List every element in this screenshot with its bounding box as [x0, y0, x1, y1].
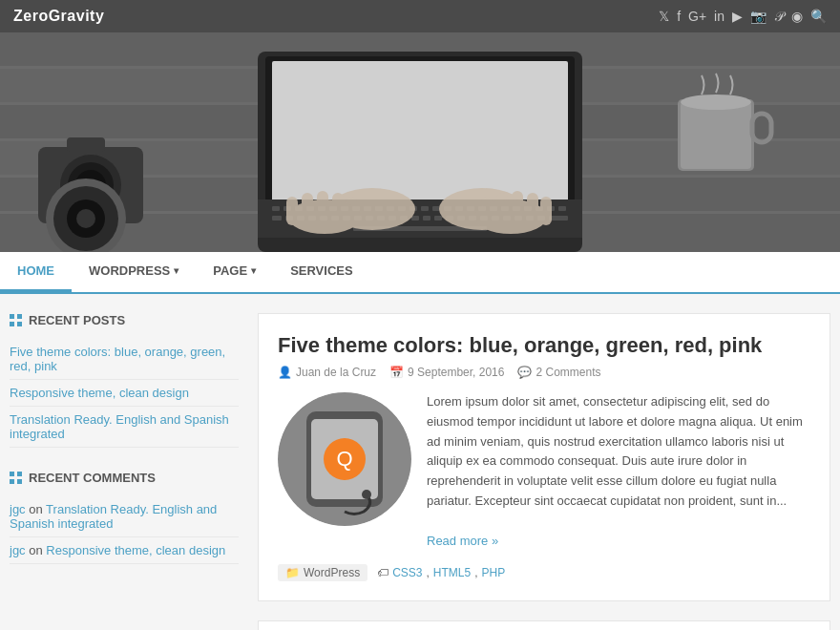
- post-1-body: Q Lorem ipsum dolor sit amet, consectetu…: [278, 392, 810, 551]
- tag-html5[interactable]: HTML5: [433, 566, 471, 579]
- svg-rect-26: [432, 206, 440, 211]
- svg-point-97: [362, 490, 371, 499]
- youtube-icon[interactable]: ▶: [732, 9, 743, 25]
- tag-css3[interactable]: CSS3: [392, 566, 422, 579]
- svg-rect-50: [411, 216, 419, 220]
- site-title[interactable]: ZeroGravity: [13, 8, 104, 25]
- post-comments-meta: 💬 2 Comments: [517, 366, 600, 379]
- nav-page[interactable]: PAGE ▾: [196, 252, 273, 292]
- grid-icon-2: [10, 472, 23, 485]
- recent-comment-1: jgc on Translation Ready. English and Sp…: [10, 496, 239, 537]
- post-1-footer: 📁 WordPress 🏷 CSS3, HTML5, PHP: [278, 564, 810, 581]
- site-header: ZeroGravity 𝕏 f G+ in ▶ 📷 𝒫 ◉ 🔍: [0, 0, 840, 32]
- post-date-meta: 📅 9 September, 2016: [389, 366, 504, 379]
- nav-home[interactable]: HOME: [0, 252, 72, 292]
- comment-icon: 💬: [517, 366, 532, 379]
- svg-rect-83: [67, 137, 105, 152]
- sidebar-recent-posts: RECENT POSTS Five theme colors: blue, or…: [10, 313, 239, 448]
- social-icons: 𝕏 f G+ in ▶ 📷 𝒫 ◉ 🔍: [659, 9, 827, 25]
- search-icon[interactable]: 🔍: [810, 9, 827, 25]
- content-area: Five theme colors: blue, orange, green, …: [258, 313, 830, 630]
- recent-post-2[interactable]: Responsive theme, clean design: [10, 380, 239, 407]
- svg-rect-25: [421, 206, 429, 211]
- tag-icon: 🏷: [377, 566, 388, 579]
- svg-rect-52: [434, 216, 442, 220]
- svg-rect-12: [272, 206, 280, 211]
- post-1-thumbnail: Q: [278, 392, 411, 526]
- post-author-meta: 👤 Juan de la Cruz: [278, 366, 376, 379]
- svg-rect-51: [423, 216, 430, 220]
- folder-icon: 📁: [285, 566, 300, 579]
- sidebar: RECENT POSTS Five theme colors: blue, or…: [10, 313, 239, 630]
- read-more-link[interactable]: Read more »: [427, 534, 498, 548]
- post-1-title[interactable]: Five theme colors: blue, orange, green, …: [278, 333, 810, 358]
- post-1-text: Lorem ipsum dolor sit amet, consectetur …: [427, 392, 810, 551]
- svg-rect-89: [681, 102, 751, 169]
- nav-bar: HOME WORDPRESS ▾ PAGE ▾ SERVICES: [0, 252, 840, 294]
- recent-comments-title: RECENT COMMENTS: [10, 471, 239, 485]
- svg-rect-37: [558, 206, 566, 211]
- user-icon: 👤: [278, 366, 292, 379]
- post-category: 📁 WordPress: [278, 564, 368, 581]
- calendar-icon: 📅: [389, 366, 404, 379]
- recent-comment-2: jgc on Responsive theme, clean design: [10, 537, 239, 564]
- google-plus-icon[interactable]: G+: [688, 9, 706, 25]
- hero-image: [0, 32, 840, 252]
- post-2-title[interactable]: Responsive theme, clean design: [258, 620, 830, 630]
- pinterest-icon[interactable]: 𝒫: [774, 9, 784, 25]
- post-tags: 🏷 CSS3, HTML5, PHP: [377, 566, 505, 579]
- recent-posts-title: RECENT POSTS: [10, 313, 239, 327]
- twitter-icon[interactable]: 𝕏: [659, 9, 669, 25]
- recent-post-3[interactable]: Translation Ready. English and Spanish i…: [10, 407, 239, 448]
- svg-rect-38: [272, 216, 282, 220]
- main-content: RECENT POSTS Five theme colors: blue, or…: [0, 294, 840, 630]
- svg-text:Q: Q: [336, 447, 352, 471]
- tag-php[interactable]: PHP: [482, 566, 506, 579]
- nav-wordpress[interactable]: WORDPRESS ▾: [72, 252, 196, 292]
- svg-point-77: [474, 200, 547, 234]
- sidebar-recent-comments: RECENT COMMENTS jgc on Translation Ready…: [10, 471, 239, 564]
- recent-post-1[interactable]: Five theme colors: blue, orange, green, …: [10, 339, 239, 380]
- svg-point-90: [681, 94, 751, 110]
- grid-icon: [10, 314, 23, 327]
- nav-services[interactable]: SERVICES: [273, 252, 370, 292]
- post-1: Five theme colors: blue, orange, green, …: [258, 313, 830, 601]
- wordpress-dropdown-arrow: ▾: [174, 265, 178, 276]
- rss-icon[interactable]: ◉: [791, 9, 803, 25]
- svg-point-70: [288, 200, 361, 234]
- svg-point-87: [76, 209, 95, 228]
- instagram-icon[interactable]: 📷: [750, 9, 766, 25]
- post-1-meta: 👤 Juan de la Cruz 📅 9 September, 2016 💬 …: [278, 366, 810, 379]
- page-dropdown-arrow: ▾: [251, 265, 256, 276]
- linkedin-icon[interactable]: in: [714, 9, 724, 25]
- facebook-icon[interactable]: f: [677, 9, 681, 25]
